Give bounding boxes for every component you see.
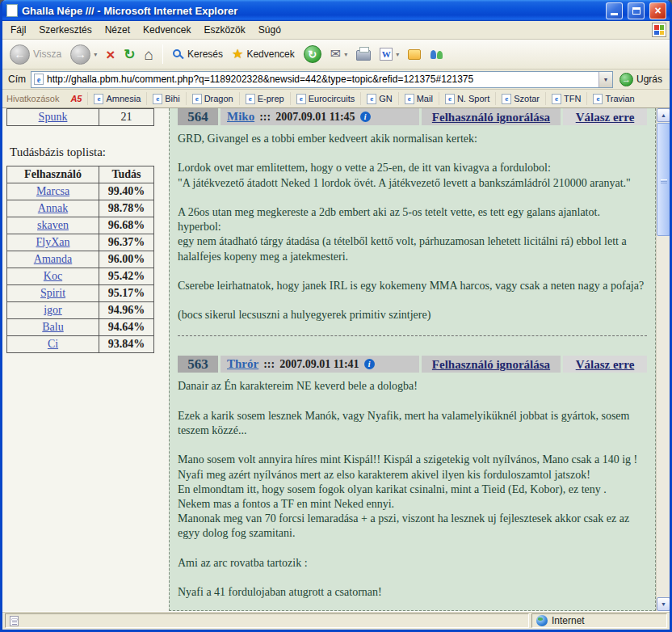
table-header-row: Felhasználó Tudás: [7, 166, 154, 183]
page-favicon: [34, 74, 44, 85]
user-link[interactable]: igor: [44, 304, 62, 316]
link-mail[interactable]: Mail: [398, 92, 439, 105]
ie-favicon: [153, 94, 162, 104]
user-link[interactable]: Marcsa: [36, 185, 69, 197]
messenger-button[interactable]: [427, 47, 446, 62]
user-link[interactable]: Annak: [38, 202, 68, 214]
notes-button[interactable]: [405, 48, 423, 61]
address-input[interactable]: [47, 73, 595, 86]
address-field[interactable]: [31, 71, 613, 88]
back-button[interactable]: Vissza: [7, 43, 64, 66]
search-button[interactable]: Keresés: [170, 47, 225, 61]
reply-link[interactable]: Válasz erre: [576, 111, 635, 124]
user-link[interactable]: Ci: [48, 338, 58, 350]
toplist-table: Felhasználó Tudás Marcsa 99.40% Annak 98…: [6, 166, 154, 353]
vertical-scrollbar[interactable]: [656, 108, 670, 611]
link-travian[interactable]: Travian: [586, 92, 640, 105]
status-main-pane: [5, 613, 529, 628]
table-row: Spirit 95.17%: [7, 285, 154, 302]
link-bihi[interactable]: Bihi: [146, 92, 185, 105]
go-button[interactable]: Ugrás: [618, 72, 666, 87]
link-tfn[interactable]: TFN: [545, 92, 586, 105]
refresh-icon: [124, 48, 135, 61]
menu-edit[interactable]: Szerkesztés: [32, 22, 98, 38]
menu-view[interactable]: Nézet: [99, 22, 136, 38]
table-row: FlyXan 96.37%: [7, 234, 154, 251]
ie-favicon: [445, 94, 455, 104]
author-link[interactable]: Miko: [227, 108, 254, 125]
title-bar[interactable]: Ghalla Népe /// - Microsoft Internet Exp…: [2, 0, 670, 21]
forward-button[interactable]: ▾: [68, 43, 99, 66]
ignore-user-cell: Felhasználó ignorálása: [422, 356, 561, 373]
user-link[interactable]: Koc: [44, 270, 62, 282]
user-link[interactable]: Spirit: [40, 287, 65, 299]
author-link[interactable]: Thrór: [227, 356, 258, 373]
page-content: Spunk 21 Tudásbázis toplista: Felhasznál…: [2, 108, 670, 611]
posts-column: 564 Miko ::: 2007.09.01 11:45 Felhasznál…: [169, 108, 656, 611]
ie-favicon: [593, 94, 603, 104]
forward-dropdown-icon[interactable]: ▾: [94, 51, 97, 58]
back-label: Vissza: [33, 48, 61, 60]
menu-tools[interactable]: Eszközök: [197, 22, 251, 38]
stop-button[interactable]: [103, 45, 117, 64]
print-button[interactable]: [354, 46, 373, 62]
links-bar: Hivatkozások A5 Amnesia Bihi Dragon E-pr…: [2, 90, 670, 108]
user-score: 99.40%: [108, 185, 145, 197]
edit-button[interactable]: ▾: [377, 46, 401, 62]
post-body: Danair az Én karaktereim NE keverd bele …: [178, 379, 647, 600]
info-icon[interactable]: [364, 359, 375, 369]
post-number: 564: [178, 108, 218, 125]
link-gn[interactable]: GN: [360, 92, 398, 105]
scrollbar-thumb[interactable]: [657, 123, 670, 236]
post-datetime: 2007.09.01 11:45: [275, 108, 355, 125]
home-button[interactable]: [142, 45, 156, 64]
history-button[interactable]: [301, 44, 324, 65]
scroll-up-button[interactable]: [657, 108, 670, 122]
sidebar-top-table: Spunk 21: [6, 108, 154, 126]
ignore-user-link[interactable]: Felhasználó ignorálása: [432, 111, 550, 124]
menu-file[interactable]: Fájl: [4, 22, 32, 38]
favorites-star-icon: [232, 48, 243, 61]
info-icon[interactable]: [360, 112, 371, 122]
user-link[interactable]: Amanda: [34, 253, 72, 265]
link-eurocircuits[interactable]: Eurocircuits: [290, 92, 360, 105]
reply-link[interactable]: Válasz erre: [576, 358, 635, 371]
toplist-value-header: Tudás: [99, 166, 154, 183]
forum-post: 563 Thrór ::: 2007.09.01 11:41 Felhaszná…: [178, 356, 647, 611]
user-link[interactable]: skaven: [37, 219, 69, 231]
link-dragon[interactable]: Dragon: [186, 92, 239, 105]
close-button[interactable]: [649, 2, 666, 19]
menu-help[interactable]: Súgó: [252, 22, 288, 38]
maximize-button[interactable]: [628, 2, 645, 19]
link-eprep[interactable]: E-prep: [239, 92, 290, 105]
link-szotar[interactable]: Szotar: [495, 92, 545, 105]
status-zone-pane: Internet: [531, 613, 667, 628]
table-row: Amanda 96.00%: [7, 251, 154, 268]
meta-separator: :::: [259, 108, 271, 125]
favorites-label: Kedvencek: [246, 48, 294, 60]
ie-favicon: [552, 94, 561, 104]
favorites-button[interactable]: Kedvencek: [229, 46, 297, 62]
mail-button[interactable]: ▾: [328, 46, 350, 62]
link-nsport[interactable]: N. Sport: [439, 92, 495, 105]
back-arrow-icon: [10, 44, 30, 65]
refresh-button[interactable]: [121, 46, 137, 63]
user-link[interactable]: Balu: [42, 321, 63, 333]
menu-favorites[interactable]: Kedvencek: [136, 22, 197, 38]
minimize-button[interactable]: [606, 2, 623, 19]
link-a5[interactable]: A5: [65, 92, 87, 105]
table-row: Ci 93.84%: [7, 336, 154, 353]
user-link[interactable]: Spunk: [39, 111, 68, 123]
post-meta: Thrór ::: 2007.09.01 11:41: [220, 356, 419, 373]
search-icon: [173, 49, 181, 57]
ignore-user-cell: Felhasználó ignorálása: [422, 108, 561, 125]
scroll-down-button[interactable]: [657, 597, 670, 611]
user-link[interactable]: FlyXan: [36, 236, 70, 248]
ignore-user-link[interactable]: Felhasználó ignorálása: [432, 358, 550, 371]
address-dropdown-icon[interactable]: [598, 72, 612, 87]
search-label: Keresés: [187, 48, 223, 60]
mail-dropdown-icon[interactable]: ▾: [344, 51, 347, 58]
user-score: 95.17%: [108, 287, 145, 299]
link-amnesia[interactable]: Amnesia: [87, 92, 146, 105]
edit-dropdown-icon[interactable]: ▾: [396, 51, 399, 58]
